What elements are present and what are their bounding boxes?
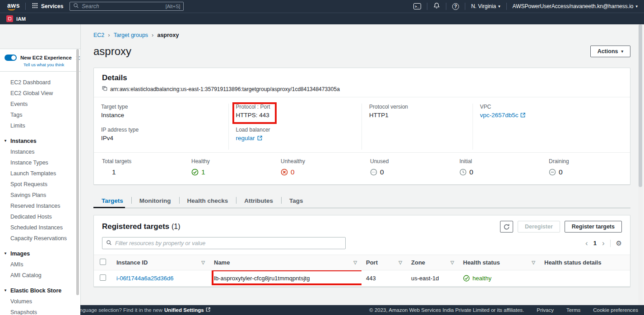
filter-icon[interactable]: ▽	[532, 260, 535, 265]
sidebar-item[interactable]: ▼ Savings Plans	[0, 190, 80, 201]
filter-icon[interactable]: ▽	[201, 260, 205, 265]
sidebar-item[interactable]: ▼ AMI Catalog	[0, 270, 80, 281]
sidebar-item[interactable]: ▼ Snapshots	[0, 307, 80, 315]
sidebar-item[interactable]: ▼ Instance Types	[0, 157, 80, 168]
target-health-stat: Draining 0	[541, 158, 630, 176]
sidebar-scrollbar[interactable]	[76, 49, 79, 295]
column-header[interactable]: Zone ▽	[407, 255, 459, 270]
terms-link[interactable]: Terms	[566, 307, 580, 313]
tab[interactable]: Targets	[93, 194, 131, 208]
sidebar-item[interactable]: ▼ Tags	[0, 110, 80, 120]
new-experience-toggle[interactable]	[5, 55, 17, 61]
notifications-bell-icon[interactable]	[433, 2, 440, 10]
sidebar-item-label: Instances	[10, 138, 37, 144]
sidebar-item-label: Volumes	[10, 298, 32, 305]
field-value: HTTP1	[369, 112, 389, 119]
tab[interactable]: Health checks	[179, 194, 236, 208]
aws-logo[interactable]: aws	[5, 3, 25, 10]
pagination: ‹ 1 › ⚙	[585, 239, 622, 247]
filter-icon[interactable]: ▽	[398, 260, 402, 265]
targets-filter-box[interactable]	[102, 237, 346, 249]
deregister-button[interactable]: Deregister	[518, 221, 560, 233]
cloudshell-icon[interactable]: >_	[413, 3, 421, 9]
targets-filter-input[interactable]	[115, 240, 342, 247]
sidebar-item[interactable]: ▼ Dedicated Hosts	[0, 211, 80, 222]
previous-page-icon[interactable]: ‹	[585, 239, 588, 247]
new-experience-title: New EC2 Experience	[20, 55, 72, 60]
column-header[interactable]: Health status details ▽	[540, 255, 630, 270]
sidebar-item[interactable]: ▼ Capacity Reservations	[0, 233, 80, 244]
filter-icon[interactable]: ▽	[450, 260, 454, 265]
services-label: Services	[41, 3, 63, 9]
breadcrumb: EC2 › Target groups › asproxy ›	[93, 32, 630, 38]
stat-label: Healthy	[191, 158, 273, 164]
copy-icon[interactable]	[102, 86, 107, 92]
sidebar-item[interactable]: ▼ Elastic Block Store	[0, 285, 80, 296]
sidebar-item-label: Tags	[10, 112, 22, 118]
account-menu[interactable]: AWSPowerUserAccess/navaneeth.kn@harness.…	[513, 3, 638, 9]
refresh-button[interactable]	[500, 221, 513, 233]
column-header[interactable]: Name ▽	[209, 255, 361, 270]
stat-value: 0	[291, 168, 295, 176]
sidebar-item[interactable]: ▼ Images	[0, 248, 80, 259]
sidebar-nav: ▼ EC2 Dashboard ▼ EC2 Global View ▼ Even…	[0, 72, 80, 315]
current-page-number[interactable]: 1	[593, 240, 597, 247]
field-label: Protocol version	[369, 104, 465, 110]
health-status-text: healthy	[473, 275, 491, 282]
sidebar-item[interactable]: ▼ Volumes	[0, 296, 80, 307]
page-scrollbar[interactable]	[638, 24, 643, 305]
services-menu-button[interactable]: Services	[26, 3, 69, 10]
register-targets-button[interactable]: Register targets	[565, 221, 622, 233]
new-experience-feedback-link[interactable]: Tell us what you think	[23, 62, 72, 67]
detail-tabs: Targets Monitoring Health checks Attribu…	[93, 194, 630, 208]
breadcrumb-link[interactable]: asproxy	[157, 32, 179, 38]
privacy-link[interactable]: Privacy	[537, 307, 554, 313]
column-header[interactable]: Instance ID ▽	[112, 255, 209, 270]
unified-settings-link[interactable]: Unified Settings	[164, 307, 204, 313]
iam-service-icon[interactable]	[6, 15, 13, 22]
instance-id-link[interactable]: i-06f1744a6a25d36d6	[116, 275, 174, 282]
external-link-icon	[520, 113, 525, 118]
sidebar-item-label: Instances	[10, 149, 35, 155]
field-value: Instance	[101, 112, 124, 119]
stat-label: Initial	[459, 158, 541, 164]
section-caret-icon: ▼	[4, 139, 7, 143]
global-search-box[interactable]: [Alt+S]	[69, 2, 184, 11]
sidebar-item[interactable]: ▼ AMIs	[0, 259, 80, 270]
actions-button[interactable]: Actions ▾	[590, 46, 630, 57]
column-header[interactable]: Port ▽	[361, 255, 407, 270]
sidebar-item[interactable]: ▼ Limits	[0, 120, 80, 131]
sidebar-item[interactable]: ▼ Scheduled Instances	[0, 222, 80, 233]
cookie-preferences-link[interactable]: Cookie preferences	[593, 307, 638, 313]
breadcrumb-link[interactable]: EC2	[93, 32, 104, 38]
iam-favorite-link[interactable]: IAM	[16, 16, 26, 22]
sidebar-item[interactable]: ▼ Spot Requests	[0, 179, 80, 190]
sidebar-item[interactable]: ▼ Instances	[0, 136, 80, 146]
next-page-icon[interactable]: ›	[602, 239, 605, 247]
tab[interactable]: Monitoring	[131, 194, 179, 208]
sidebar-item[interactable]: ▼ Instances	[0, 146, 80, 157]
breadcrumb-link[interactable]: Target groups	[114, 32, 148, 38]
help-icon[interactable]: ?	[452, 3, 459, 10]
region-label: N. Virginia	[471, 3, 496, 9]
tab[interactable]: Tags	[281, 194, 311, 208]
aws-console-window: aws Services [Alt+S] >_	[0, 0, 644, 315]
row-checkbox[interactable]	[100, 274, 106, 281]
scrollbar-thumb[interactable]	[639, 24, 642, 187]
region-selector[interactable]: N. Virginia ▾	[471, 3, 500, 9]
sidebar-item-label: Snapshots	[10, 309, 37, 315]
select-all-checkbox[interactable]	[100, 259, 106, 265]
search-icon	[106, 239, 112, 247]
table-settings-gear-icon[interactable]: ⚙	[616, 239, 622, 247]
details-grid: Target type Instance IP address type IPv…	[94, 97, 630, 152]
column-header[interactable]: Health status ▽	[459, 255, 540, 270]
tab[interactable]: Attributes	[236, 194, 281, 208]
search-input[interactable]	[82, 3, 162, 9]
filter-icon[interactable]: ▽	[353, 260, 357, 265]
sidebar-item[interactable]: ▼ EC2 Dashboard	[0, 77, 80, 88]
sidebar-item[interactable]: ▼ Reserved Instances	[0, 201, 80, 211]
sidebar-item[interactable]: ▼ Launch Templates	[0, 168, 80, 179]
search-icon	[73, 3, 79, 10]
sidebar-item[interactable]: ▼ Events	[0, 99, 80, 110]
sidebar-item[interactable]: ▼ EC2 Global View	[0, 88, 80, 99]
